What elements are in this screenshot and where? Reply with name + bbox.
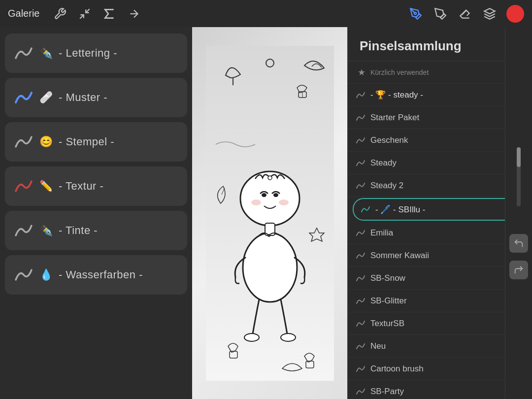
textur-stroke-icon [14, 176, 33, 196]
top-bar-right [408, 5, 524, 23]
neu-label: Neu [370, 341, 522, 351]
brush-item-geschenk[interactable]: Geschenk [348, 129, 532, 152]
scrollbar-thumb[interactable] [517, 147, 521, 167]
emilia-label: Emilia [370, 228, 522, 238]
right-toolbar [505, 27, 532, 399]
magic-icon[interactable] [77, 6, 93, 22]
brush-item-textursb[interactable]: TexturSB [348, 312, 532, 335]
panel-title: Pinselsammlung [360, 38, 462, 54]
lettering-stroke-icon [14, 43, 33, 63]
svg-point-20 [244, 333, 259, 341]
layers-tool-icon[interactable] [482, 6, 498, 22]
sb-party-label: SB-Party [370, 387, 522, 397]
wasserfarben-emoji: 💧 [39, 268, 53, 281]
arrow-icon[interactable] [126, 6, 142, 22]
textur-label: - Textur - [59, 180, 103, 193]
redo-button[interactable] [509, 261, 528, 279]
svg-point-13 [268, 176, 272, 180]
smudge-icon[interactable] [101, 6, 117, 22]
sommer-kawaii-label: Sommer Kawaii [370, 251, 522, 261]
svg-point-14 [262, 193, 266, 197]
right-panel: Pinselsammlung + ★ Kürzlich verwendet - … [347, 27, 532, 399]
sb-glitter-label: SB-Glitter [370, 296, 522, 306]
brush-tool-icon[interactable] [408, 6, 424, 22]
svg-line-4 [462, 10, 466, 15]
lettering-label: - Lettering - [59, 47, 117, 60]
svg-point-11 [243, 233, 297, 302]
brush-item-steady[interactable]: Steady [348, 152, 532, 174]
steady-label: Steady [370, 158, 522, 168]
brush-item-starter-paket[interactable]: Starter Paket [348, 106, 532, 129]
galerie-title: Galerie [8, 8, 39, 19]
svg-point-16 [251, 200, 261, 205]
top-bar-left: Galerie [8, 6, 142, 22]
canvas-area[interactable] [192, 27, 347, 399]
wasserfarben-label: - Wasserfarben - [59, 268, 143, 281]
category-stempel[interactable]: 😊 - Stempel - [5, 122, 187, 162]
tinte-stroke-icon [14, 221, 33, 240]
brush-item-sbillu[interactable]: - 🖊️ - SBIllu - [353, 198, 527, 221]
geschenk-label: Geschenk [370, 135, 522, 145]
brush-item-steady-featured[interactable]: - 🏆 - steady - [348, 84, 532, 106]
textursb-label: TexturSB [370, 319, 522, 329]
main-content: ✒️ - Lettering - 🩹 - Muster - 😊 - Stempe… [0, 27, 532, 399]
svg-point-3 [414, 12, 416, 14]
stempel-label: - Stempel - [59, 135, 114, 148]
category-textur[interactable]: ✏️ - Textur - [5, 166, 187, 206]
stempel-emoji: 😊 [39, 135, 53, 148]
undo-button[interactable] [509, 234, 528, 253]
steady-featured-label: - 🏆 - steady - [370, 90, 522, 100]
brush-item-neu[interactable]: Neu [348, 335, 532, 358]
svg-point-21 [281, 333, 296, 341]
brush-list: ★ Kürzlich verwendet - 🏆 - steady - Star… [348, 61, 532, 399]
panel-header: Pinselsammlung + [348, 27, 532, 61]
svg-line-0 [86, 9, 90, 13]
star-icon: ★ [358, 67, 366, 78]
wasserfarben-stroke-icon [14, 265, 33, 285]
category-wasserfarben[interactable]: 💧 - Wasserfarben - [5, 255, 187, 295]
textur-emoji: ✏️ [39, 180, 53, 193]
scrollbar-track[interactable] [517, 147, 521, 206]
tinte-emoji: ✒️ [39, 224, 53, 237]
brush-item-sb-party[interactable]: SB-Party [348, 380, 532, 399]
muster-label: - Muster - [59, 91, 107, 104]
stempel-stroke-icon [14, 132, 33, 152]
wrench-icon[interactable] [52, 6, 68, 22]
category-tinte[interactable]: ✒️ - Tinte - [5, 211, 187, 250]
svg-marker-5 [484, 8, 495, 14]
svg-point-19 [267, 234, 270, 237]
muster-stroke-icon [14, 88, 33, 107]
muster-emoji: 🩹 [39, 91, 53, 104]
category-muster[interactable]: 🩹 - Muster - [5, 78, 187, 117]
left-panel: ✒️ - Lettering - 🩹 - Muster - 😊 - Stempe… [0, 27, 192, 399]
brush-item-steady-2[interactable]: Steady 2 [348, 174, 532, 197]
brush-item-sb-glitter[interactable]: SB-Glitter [348, 290, 532, 312]
svg-point-17 [279, 200, 289, 205]
starter-paket-label: Starter Paket [370, 113, 522, 123]
canvas-drawing [192, 27, 347, 399]
top-bar: Galerie [0, 0, 532, 27]
brush-item-sb-snow[interactable]: SB-Snow [348, 267, 532, 290]
steady-2-label: Steady 2 [370, 181, 522, 191]
pen-tool-icon[interactable] [432, 6, 448, 22]
sbillu-label: - 🖊️ - SBIllu - [375, 204, 519, 215]
category-lettering[interactable]: ✒️ - Lettering - [5, 33, 187, 73]
color-picker-circle[interactable] [506, 5, 524, 23]
svg-point-15 [273, 193, 278, 197]
eraser-tool-icon[interactable] [457, 6, 473, 22]
svg-line-1 [80, 15, 84, 19]
sb-snow-label: SB-Snow [370, 273, 522, 283]
cartoon-brush-label: Cartoon brush [370, 364, 522, 374]
brush-item-sommer-kawaii[interactable]: Sommer Kawaii [348, 244, 532, 267]
recently-used-label: Kürzlich verwendet [370, 68, 429, 76]
tinte-label: - Tinte - [59, 224, 98, 237]
recently-used-section: ★ Kürzlich verwendet [348, 61, 532, 84]
lettering-emoji: ✒️ [39, 47, 53, 60]
brush-item-cartoon-brush[interactable]: Cartoon brush [348, 358, 532, 380]
brush-item-emilia[interactable]: Emilia [348, 222, 532, 244]
